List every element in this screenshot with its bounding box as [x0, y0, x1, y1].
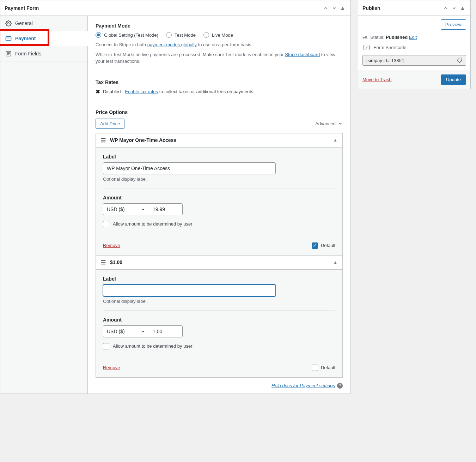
allow-user-label-2: Allow amount to be determined by user [113, 343, 192, 349]
price-card-2: ☰ $1.00 ▲ Label Optional display label. … [96, 255, 343, 378]
svg-point-0 [8, 23, 10, 24]
panel-move-down-icon[interactable] [331, 5, 338, 12]
publish-move-up-icon[interactable] [442, 5, 449, 12]
allow-user-label-1: Allow amount to be determined by user [113, 221, 192, 227]
tab-form-fields[interactable]: Form Fields [0, 46, 87, 61]
label-heading-2: Label [103, 276, 335, 282]
remove-link-2[interactable]: Remove [103, 365, 120, 370]
checkbox-unchecked-icon [103, 343, 109, 349]
allow-user-checkbox-2[interactable]: Allow amount to be determined by user [103, 343, 335, 349]
payment-mode-desc1: Connect to Stripe in both payment modes … [96, 41, 343, 48]
radio-unchecked-icon [203, 32, 209, 38]
radio-live-label: Live Mode [212, 32, 233, 38]
panel-move-up-icon[interactable] [322, 5, 329, 12]
checkbox-unchecked-icon [312, 365, 318, 371]
chevron-down-icon [338, 121, 343, 126]
label-heading-1: Label [103, 154, 335, 160]
shortcode-value: [simpay id="1385"] [366, 58, 404, 63]
amount-input-2[interactable] [149, 325, 183, 337]
amount-heading-1: Amount [103, 195, 335, 200]
radio-live-mode[interactable]: Live Mode [203, 32, 233, 38]
tax-disabled-text: Disabled - [103, 89, 125, 94]
form-icon [5, 50, 12, 57]
collapse-icon[interactable]: ▲ [333, 138, 337, 143]
price-card-1-header[interactable]: ☰ WP Mayor One-Time Access ▲ [96, 133, 342, 148]
chevron-down-icon [141, 329, 145, 334]
tax-after-text: to collect taxes or additional fees on p… [158, 89, 255, 94]
drag-handle-icon[interactable]: ☰ [101, 137, 106, 144]
price-options-heading: Price Options [96, 109, 343, 115]
label-hint-1: Optional display label. [103, 176, 335, 182]
credit-card-icon [5, 35, 12, 42]
checkbox-unchecked-icon [103, 221, 109, 227]
publish-title: Publish [362, 5, 380, 11]
add-price-button[interactable]: Add Price [96, 119, 124, 129]
payment-mode-heading: Payment Mode [96, 23, 343, 29]
amount-input-1[interactable] [149, 203, 183, 215]
help-icon[interactable]: ? [337, 383, 343, 389]
tab-payment-label: Payment [15, 36, 36, 41]
radio-unchecked-icon [166, 32, 172, 38]
collapse-icon[interactable]: ▲ [333, 260, 337, 265]
svg-rect-1 [6, 37, 11, 41]
shortcode-icon: [/] [362, 45, 371, 50]
price-card-2-title: $1.00 [110, 259, 122, 265]
drag-handle-icon[interactable]: ☰ [101, 259, 106, 266]
x-icon: ✖ [96, 89, 100, 95]
currency-value-2: USD ($) [107, 329, 125, 334]
radio-test-mode[interactable]: Test Mode [166, 32, 196, 38]
chevron-down-icon [141, 207, 145, 211]
move-to-trash-link[interactable]: Move to Trash [362, 77, 391, 82]
currency-value-1: USD ($) [107, 206, 125, 212]
checkbox-checked-icon: ✓ [312, 242, 318, 249]
default-label-1: Default [321, 243, 335, 248]
amount-heading-2: Amount [103, 317, 335, 323]
radio-test-label: Test Mode [175, 32, 196, 38]
price-card-1-title: WP Mayor One-Time Access [110, 137, 176, 143]
key-icon [362, 35, 367, 40]
label-input-2[interactable] [103, 284, 276, 296]
help-docs-link[interactable]: Help docs for Payment settings [271, 383, 335, 388]
panel-toggle-icon[interactable]: ▲ [339, 5, 346, 12]
publish-move-down-icon[interactable] [451, 5, 458, 12]
default-checkbox-1[interactable]: ✓ Default [312, 242, 335, 249]
preview-button[interactable]: Preview [441, 19, 466, 30]
tag-icon[interactable] [457, 58, 462, 63]
price-card-1: ☰ WP Mayor One-Time Access ▲ Label Optio… [96, 133, 343, 256]
status-value: Published [386, 35, 408, 40]
default-label-2: Default [321, 365, 335, 370]
panel-title: Payment Form [5, 5, 39, 11]
default-checkbox-2[interactable]: Default [312, 365, 335, 371]
advanced-toggle[interactable]: Advanced [315, 121, 343, 126]
stripe-dashboard-link[interactable]: Stripe dashboard [285, 52, 320, 57]
tab-general[interactable]: General [0, 16, 87, 31]
allow-user-checkbox-1[interactable]: Allow amount to be determined by user [103, 221, 335, 227]
enable-tax-rates-link[interactable]: Enable tax rates [125, 89, 158, 94]
tax-rates-heading: Tax Rates [96, 79, 343, 85]
gear-icon [5, 20, 12, 26]
tab-payment[interactable]: Payment [0, 31, 88, 46]
label-input-1[interactable] [103, 162, 276, 174]
update-button[interactable]: Update [441, 74, 466, 85]
edit-status-link[interactable]: Edit [409, 35, 417, 40]
shortcode-field[interactable]: [simpay id="1385"] [362, 55, 466, 66]
radio-global-setting[interactable]: Global Setting (Test Mode) [96, 32, 158, 38]
remove-link-1[interactable]: Remove [103, 243, 120, 248]
tab-general-label: General [15, 20, 33, 26]
publish-toggle-icon[interactable]: ▲ [459, 5, 466, 12]
shortcode-label: Form Shortcode [373, 45, 406, 50]
label-hint-2: Optional display label. [103, 299, 335, 304]
currency-select-1[interactable]: USD ($) [103, 203, 149, 215]
payment-mode-desc2: While in Test Mode no live payments are … [96, 51, 343, 65]
radio-global-label: Global Setting (Test Mode) [104, 32, 158, 38]
radio-checked-icon [96, 32, 101, 38]
currency-select-2[interactable]: USD ($) [103, 325, 149, 337]
status-label: Status: [370, 35, 386, 40]
payment-modes-globally-link[interactable]: payment modes globally [147, 42, 197, 47]
price-card-2-header[interactable]: ☰ $1.00 ▲ [96, 256, 342, 270]
advanced-label: Advanced [315, 121, 336, 126]
tab-form-fields-label: Form Fields [15, 51, 41, 56]
